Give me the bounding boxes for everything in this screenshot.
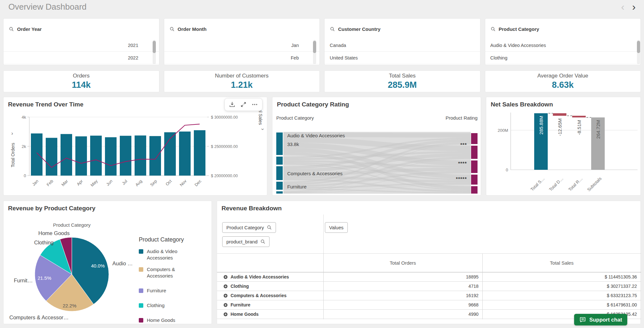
column-header[interactable]: Total Sales bbox=[482, 254, 641, 272]
filter-value[interactable]: 2021 bbox=[4, 39, 159, 52]
axis-collapse-chevron-icon[interactable]: › bbox=[260, 128, 266, 130]
bar-Dec[interactable] bbox=[194, 130, 205, 176]
filterbox-header[interactable]: Order Year bbox=[4, 19, 159, 39]
pivot-chip[interactable]: Product Category bbox=[222, 222, 276, 233]
sankey-left-node[interactable] bbox=[276, 182, 283, 190]
filter-value[interactable]: Jan bbox=[164, 39, 320, 52]
filter-value[interactable]: Clothing bbox=[485, 52, 641, 64]
filterbox-header[interactable]: Customer Country bbox=[325, 19, 480, 39]
legend-item-computers-accessories[interactable]: Computers & Accessories bbox=[139, 266, 207, 279]
filter-value[interactable]: Feb bbox=[164, 52, 320, 64]
filter-value[interactable]: Canada bbox=[325, 39, 480, 52]
sankey-left-node[interactable] bbox=[276, 157, 283, 165]
row-label-cell[interactable]: Computers & Accessories bbox=[217, 291, 323, 300]
scrollbar[interactable] bbox=[153, 40, 156, 64]
sankey-left-node[interactable] bbox=[276, 132, 283, 155]
sankey-left-node[interactable] bbox=[276, 191, 283, 194]
expand-plus-icon[interactable] bbox=[223, 275, 228, 279]
x-axis-label[interactable]: Aug bbox=[134, 179, 143, 187]
x-axis-label[interactable]: Subtotals bbox=[586, 176, 603, 192]
panel-title: Revenue Breakdown bbox=[222, 205, 282, 212]
left-axis-tick: 4k bbox=[22, 115, 26, 120]
expand-plus-icon[interactable] bbox=[223, 284, 228, 288]
filter-value[interactable]: 2022 bbox=[4, 52, 159, 64]
row-label-cell[interactable]: Audio & Video Accessories bbox=[217, 272, 323, 281]
bar-Jun[interactable] bbox=[105, 137, 117, 176]
column-header[interactable]: Total Orders bbox=[323, 254, 482, 272]
x-axis-label[interactable]: Jan bbox=[31, 179, 39, 187]
sales-cell: $ 63323123.75 bbox=[482, 291, 641, 300]
expand-plus-icon[interactable] bbox=[223, 294, 228, 298]
x-axis-label[interactable]: Total D… bbox=[548, 176, 564, 192]
bar-Jul[interactable] bbox=[120, 136, 131, 176]
chevron-left-icon[interactable]: ‹ bbox=[621, 2, 625, 12]
x-axis-label[interactable]: Apr bbox=[76, 178, 84, 187]
bar-May[interactable] bbox=[90, 136, 102, 176]
x-axis-label[interactable]: Jun bbox=[105, 179, 113, 187]
filterbox-header[interactable]: Product Category bbox=[485, 19, 641, 39]
sankey-left-header: Product Category bbox=[276, 115, 314, 121]
x-axis-label[interactable]: Mar bbox=[61, 178, 69, 187]
expand-icon[interactable] bbox=[240, 101, 247, 108]
pivot-chip[interactable]: Values bbox=[325, 222, 348, 233]
x-axis-label[interactable]: Sep bbox=[149, 179, 158, 187]
row-label-cell[interactable]: Clothing bbox=[217, 282, 323, 291]
pivot-chip[interactable]: product_brand bbox=[222, 236, 270, 247]
support-chat-button[interactable]: Support chat bbox=[574, 314, 627, 325]
x-axis-label[interactable]: Oct bbox=[165, 178, 173, 187]
legend-item-furniture[interactable]: Furniture bbox=[139, 287, 207, 294]
category-rating-sankey[interactable]: Product CategoryProduct RatingAudio & Vi… bbox=[272, 97, 481, 196]
legend-item-audio-video-accessories[interactable]: Audio & Video Accessories bbox=[139, 248, 207, 261]
bar-Jan[interactable] bbox=[31, 133, 43, 176]
more-options-icon[interactable] bbox=[251, 101, 259, 108]
x-axis-label[interactable]: May bbox=[90, 178, 99, 187]
scrollbar-thumb[interactable] bbox=[637, 41, 640, 53]
x-axis-label[interactable]: Total R… bbox=[567, 176, 583, 192]
search-icon bbox=[491, 27, 496, 32]
filterbox-header[interactable]: Order Month bbox=[164, 19, 320, 39]
legend-swatch bbox=[139, 249, 143, 254]
bar-Mar[interactable] bbox=[61, 134, 72, 176]
download-icon[interactable] bbox=[228, 101, 236, 108]
sankey-right-node[interactable] bbox=[471, 146, 478, 159]
sankey-right-node[interactable] bbox=[471, 160, 478, 173]
pie-outside-label: Clothing bbox=[34, 240, 54, 245]
x-axis-label[interactable]: Feb bbox=[46, 179, 54, 187]
bar-Aug[interactable] bbox=[135, 135, 146, 176]
scrollbar[interactable] bbox=[313, 40, 316, 64]
bar-Nov[interactable] bbox=[179, 132, 191, 176]
bar-Sep[interactable] bbox=[149, 136, 161, 176]
net-sales-waterfall[interactable]: 200M0285.88M-12.65M-8.51M264.72MTotal S…… bbox=[486, 97, 641, 196]
expand-plus-icon[interactable] bbox=[223, 303, 228, 307]
filter-value-partial bbox=[485, 64, 641, 65]
bar-Feb[interactable] bbox=[46, 138, 57, 176]
chevron-right-icon[interactable]: › bbox=[632, 2, 636, 12]
axis-collapse-chevron-icon[interactable]: › bbox=[11, 130, 13, 136]
filter-value[interactable]: Audio & Video Accessories bbox=[485, 39, 641, 52]
row-label-cell[interactable]: Home Goods bbox=[217, 310, 323, 319]
x-axis-label[interactable]: Dec bbox=[194, 178, 202, 187]
sankey-right-node[interactable] bbox=[471, 133, 478, 144]
waterfall-bar-3[interactable] bbox=[572, 116, 586, 117]
legend-item-home-goods[interactable]: Home Goods bbox=[139, 317, 207, 323]
sankey-left-node[interactable] bbox=[276, 166, 283, 180]
sales-cell: $ 61479631.00 bbox=[482, 300, 641, 309]
revenue-trend-chart[interactable]: 4k$ 30000000.002k$ 25000000.000$ 2000000… bbox=[4, 97, 268, 196]
pie-outside-label: Furnit… bbox=[14, 278, 33, 283]
scrollbar-thumb[interactable] bbox=[153, 41, 156, 53]
sankey-right-node[interactable] bbox=[471, 186, 478, 194]
scrollbar[interactable] bbox=[637, 40, 640, 64]
legend-item-clothing[interactable]: Clothing bbox=[139, 302, 207, 309]
waterfall-bar-2[interactable] bbox=[553, 113, 566, 116]
x-axis-label[interactable]: Total S… bbox=[530, 176, 545, 192]
x-axis-label[interactable]: Nov bbox=[179, 178, 187, 187]
x-axis-label[interactable]: Jul bbox=[121, 178, 128, 186]
row-label-cell[interactable]: Furniture bbox=[217, 300, 323, 309]
filterbox-list: CanadaUnited States bbox=[325, 39, 480, 65]
sankey-right-node[interactable] bbox=[471, 175, 478, 185]
filter-value[interactable]: United States bbox=[325, 52, 480, 64]
expand-plus-icon[interactable] bbox=[223, 312, 228, 316]
scrollbar-thumb[interactable] bbox=[313, 41, 316, 53]
search-icon bbox=[330, 27, 335, 32]
bar-Apr[interactable] bbox=[75, 136, 87, 176]
